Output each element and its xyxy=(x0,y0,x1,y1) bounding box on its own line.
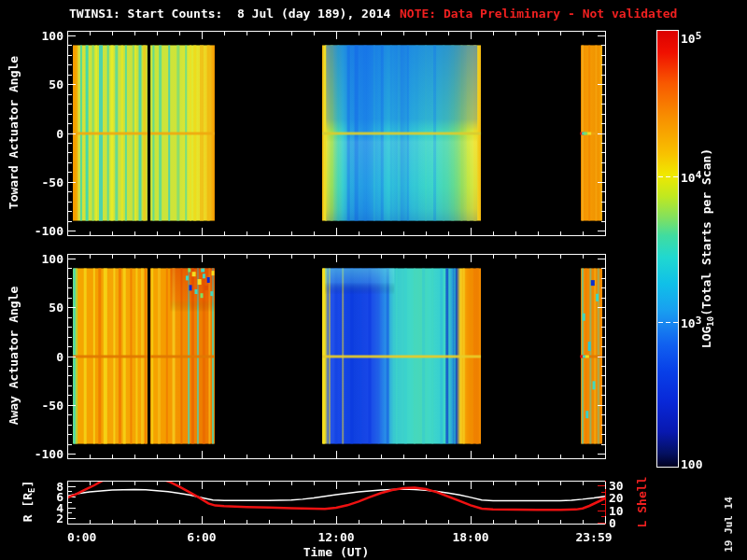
ylabel-away: Away Actuator Angle xyxy=(7,287,20,426)
colorbar-tick-label: 105 xyxy=(681,31,701,45)
ylabel-r: R [RE] xyxy=(21,481,37,523)
colorbar-tick-label: 103 xyxy=(681,315,701,329)
colorbar-tick-label: 104 xyxy=(681,170,701,184)
twins-plot-page: TWINS1: Start Counts: 8 Jul (day 189), 2… xyxy=(0,0,747,560)
y-tick-label-toward: 0 xyxy=(56,127,63,139)
y-tick-label-toward: -100 xyxy=(35,225,63,237)
x-tick-label: 23:59 xyxy=(575,531,612,543)
y-tick-label-away: -50 xyxy=(42,399,63,411)
ylabel-lshell: L Shell xyxy=(636,477,648,528)
y-tick-label-away: 100 xyxy=(42,253,63,265)
y-tick-label-toward: 50 xyxy=(49,78,63,91)
y-tick-label-away: -100 xyxy=(35,448,63,460)
colorbar-title: LOG10(Total Starts per Scan) xyxy=(700,148,716,348)
y-tick-label-toward: -50 xyxy=(42,175,63,188)
y-tick-label-toward: 100 xyxy=(42,30,63,42)
colorbar-tick-label: 100 xyxy=(681,458,702,470)
y-tick-label-lshell: 30 xyxy=(609,480,624,492)
y-tick-label-lshell: 10 xyxy=(609,504,624,516)
x-tick-label: 0:00 xyxy=(67,531,96,543)
xlabel-time: Time (UT) xyxy=(303,546,369,558)
preliminary-note: NOTE: Data Preliminary - Not validated xyxy=(400,7,677,20)
y-tick-label-lshell: 0 xyxy=(609,517,616,529)
y-tick-label-lshell: 20 xyxy=(609,492,624,504)
page-title: TWINS1: Start Counts: 8 Jul (day 189), 2… xyxy=(69,7,390,20)
ylabel-toward: Toward Actuator Angle xyxy=(7,56,20,209)
y-tick-label-r: 2 xyxy=(56,512,63,525)
x-tick-label: 12:00 xyxy=(317,531,354,543)
y-tick-label-away: 0 xyxy=(56,350,63,362)
y-tick-label-away: 50 xyxy=(49,301,63,314)
date-stamp: 19 Jul 14 xyxy=(724,497,734,553)
x-tick-label: 6:00 xyxy=(187,531,216,543)
x-tick-label: 18:00 xyxy=(452,531,488,543)
